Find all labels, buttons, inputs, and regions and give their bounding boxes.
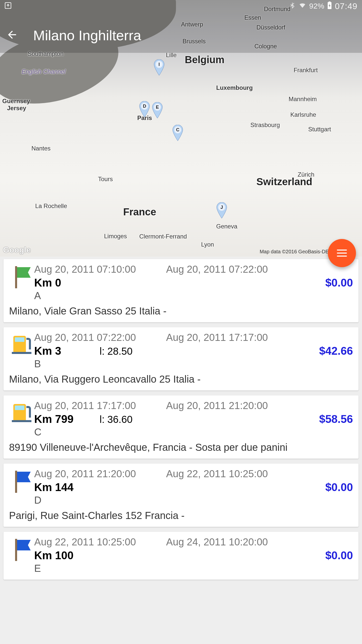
km-value: Km 100 (34, 549, 100, 562)
map-city: Stuttgart (308, 126, 331, 133)
end-time: Aug 20, 2011 17:17:00 (166, 332, 268, 343)
flag-icon (13, 266, 31, 288)
status-left-icon (5, 2, 12, 10)
map-pin-c[interactable]: C (172, 125, 183, 141)
start-time: Aug 20, 2011 17:17:00 (34, 400, 136, 411)
map-city: Jersey (7, 105, 26, 112)
waypoint-letter: C (34, 426, 353, 438)
map-city: Limoges (104, 233, 127, 240)
back-button[interactable] (6, 29, 18, 42)
waypoint-letter: E (34, 563, 353, 574)
svg-rect-18 (329, 2, 331, 3)
map-city: Clermont-Ferrand (139, 233, 187, 240)
battery-charging-icon (327, 2, 332, 11)
price-value: $0.00 (325, 549, 353, 562)
map-city: Guernsey (2, 98, 30, 105)
map-pin-e[interactable]: E (152, 102, 163, 118)
trip-list[interactable]: Aug 20, 2011 07:10:00Aug 20, 2011 07:22:… (0, 259, 362, 644)
map-attribution: Map data ©2016 GeoBasis-DE/BK (260, 249, 337, 255)
status-bar: 92% 07:49 (0, 0, 362, 12)
address: Milano, Viale Gran Sasso 25 Italia - (9, 305, 353, 317)
svg-text:J: J (220, 205, 223, 210)
km-value: Km 3 (34, 345, 100, 357)
address: Milano, Via Ruggero Leoncavallo 25 Itali… (9, 374, 353, 385)
price-value: $42.66 (319, 345, 353, 357)
google-logo: Google (3, 245, 31, 255)
svg-text:I: I (158, 62, 160, 67)
km-value: Km 144 (34, 481, 100, 494)
trip-item[interactable]: Aug 22, 2011 10:25:00Aug 24, 2011 10:20:… (4, 532, 358, 580)
map-city: Zürich (298, 171, 314, 178)
km-value: Km 799 (34, 413, 100, 425)
map-country-france: France (123, 206, 156, 218)
menu-fab[interactable] (328, 239, 356, 267)
map-pin-i[interactable]: I (154, 59, 165, 75)
page-title: Milano Inghilterra (33, 27, 141, 44)
start-time: Aug 20, 2011 07:22:00 (34, 332, 136, 343)
map-city: English Channel (22, 68, 66, 75)
svg-text:D: D (143, 104, 146, 109)
battery-text: 92% (309, 2, 324, 10)
price-value: $0.00 (325, 481, 353, 494)
start-time: Aug 22, 2011 10:25:00 (34, 536, 136, 548)
map-city: Strasbourg (250, 122, 280, 129)
end-time: Aug 22, 2011 10:25:00 (166, 468, 268, 479)
map-country-luxembourg: Luxembourg (216, 84, 253, 91)
waypoint-letter: A (34, 290, 353, 301)
start-time: Aug 20, 2011 07:10:00 (34, 264, 136, 275)
address: 89190 Villeneuve-l'Archevêque, Francia -… (9, 442, 353, 453)
svg-text:E: E (156, 105, 159, 110)
waypoint-letter: B (34, 358, 353, 370)
bluetooth-icon (289, 2, 296, 10)
end-time: Aug 20, 2011 07:22:00 (166, 264, 268, 275)
liters-value: l: 28.50 (100, 346, 319, 357)
svg-text:C: C (176, 127, 179, 132)
map-city: La Rochelle (35, 203, 67, 210)
map-country-belgium: Belgium (185, 54, 224, 65)
map-city: Mannheim (289, 96, 317, 103)
fuel-pump-icon (12, 334, 31, 354)
menu-icon (337, 250, 347, 257)
km-value: Km 0 (34, 276, 100, 289)
wifi-icon (299, 2, 306, 11)
end-time: Aug 20, 2011 21:20:00 (166, 400, 268, 411)
price-value: $0.00 (325, 276, 353, 289)
start-time: Aug 20, 2011 21:20:00 (34, 468, 136, 479)
map-pin-d[interactable]: D (139, 101, 150, 117)
map-city: Geneva (216, 223, 237, 230)
map-city: Lyon (201, 241, 214, 248)
trip-item[interactable]: Aug 20, 2011 21:20:00Aug 22, 2011 10:25:… (4, 464, 358, 527)
address: Parigi, Rue Saint-Charles 152 Francia - (9, 510, 353, 521)
map-city: Nantes (31, 145, 51, 152)
map-city: Tours (98, 176, 113, 183)
end-time: Aug 24, 2011 10:20:00 (166, 536, 268, 548)
map-city: Karlsruhe (290, 111, 316, 118)
fuel-pump-icon (12, 403, 31, 422)
flag-icon (13, 471, 31, 493)
trip-item[interactable]: Aug 20, 2011 07:22:00Aug 20, 2011 17:17:… (4, 327, 358, 390)
flag-icon (13, 539, 31, 561)
waypoint-letter: D (34, 495, 353, 506)
map-city: Frankfurt (294, 67, 318, 74)
price-value: $58.56 (319, 413, 353, 425)
trip-item[interactable]: Aug 20, 2011 17:17:00Aug 20, 2011 21:20:… (4, 395, 358, 459)
trip-item[interactable]: Aug 20, 2011 07:10:00Aug 20, 2011 07:22:… (4, 259, 358, 322)
status-clock: 07:49 (335, 1, 357, 11)
liters-value: l: 36.60 (100, 414, 319, 425)
map-pin-j[interactable]: J (216, 202, 227, 218)
